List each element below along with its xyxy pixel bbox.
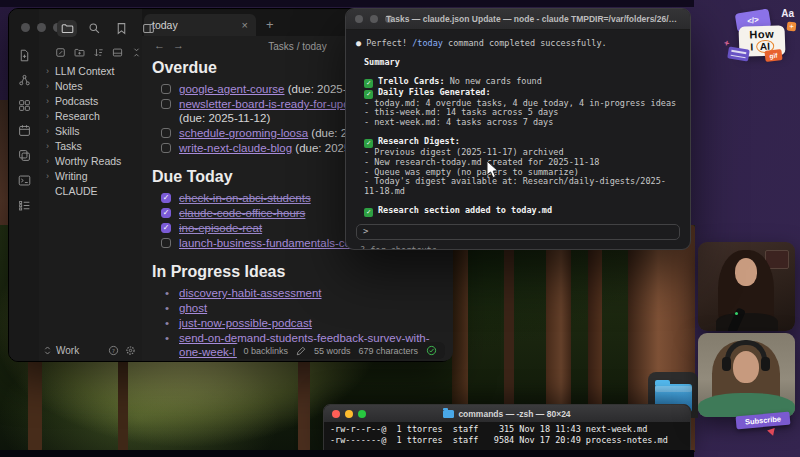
traffic-lights[interactable] xyxy=(21,23,62,32)
backlinks-count[interactable]: 0 backlinks xyxy=(243,346,288,356)
task-checkbox[interactable] xyxy=(161,99,171,109)
terminal-line: - Today's digest available at: Research/… xyxy=(364,177,680,197)
new-tab-button[interactable]: + xyxy=(266,17,274,32)
task-checkbox[interactable] xyxy=(161,143,171,153)
quick-note-icon[interactable] xyxy=(18,49,31,62)
character-count: 679 characters xyxy=(358,346,418,356)
claude-prompt-input[interactable]: > xyxy=(356,224,680,240)
how-i-ai-logo: Aa </> + + How I AI gif xyxy=(722,4,798,70)
bullet-icon: ● xyxy=(356,38,361,48)
terminal-line: ✓Research section added to today.md xyxy=(364,206,680,217)
check-icon: ✓ xyxy=(364,79,373,88)
tab-close-icon[interactable]: × xyxy=(242,19,248,31)
file-listing-line: -rw-r--r--@ 1 ttorres staff 315 Nov 18 1… xyxy=(330,424,684,435)
bullet-icon: • xyxy=(165,331,169,345)
note-list-item: •discovery-habit-assessment xyxy=(152,286,444,300)
terminal-icon[interactable] xyxy=(18,174,31,187)
note-link[interactable]: check-in-on-abci-students xyxy=(179,192,311,204)
new-folder-icon[interactable] xyxy=(74,47,85,58)
graph-view-icon[interactable] xyxy=(18,74,31,87)
help-icon[interactable]: ? xyxy=(108,345,119,356)
tab-title: today xyxy=(152,19,242,31)
explorer-folder[interactable]: › Research xyxy=(39,108,142,123)
video-frame: today × + ←→ Tasks / today Overduegoogle… xyxy=(0,0,800,457)
person-face xyxy=(733,351,759,383)
note-link[interactable]: ino-episode-reat xyxy=(179,222,262,234)
vault-name[interactable]: Work xyxy=(56,345,108,356)
terminal-output: ●Perfect! /today command completed succe… xyxy=(346,30,690,217)
sync-check-icon[interactable] xyxy=(426,345,437,356)
letterbox-bottom xyxy=(0,450,694,457)
bullet-icon: • xyxy=(165,301,169,315)
headphone-earcup xyxy=(722,357,731,371)
plus-badge: + xyxy=(787,22,797,32)
new-note-icon[interactable] xyxy=(55,47,66,58)
explorer-folder[interactable]: › Worthy Reads xyxy=(39,153,142,168)
word-count: 55 words xyxy=(314,346,351,356)
chevron-right-icon: › xyxy=(46,81,55,91)
canvas-icon[interactable] xyxy=(18,99,31,112)
explorer-file[interactable]: ›CLAUDE xyxy=(39,183,142,198)
folder-icon xyxy=(443,410,454,418)
letterbox-top xyxy=(0,0,694,7)
terminal-line: ●Perfect! /today command completed succe… xyxy=(356,39,680,49)
tab-today[interactable]: today × xyxy=(144,14,256,36)
person-body xyxy=(716,313,778,331)
chevron-right-icon: › xyxy=(46,111,55,121)
chevron-right-icon: › xyxy=(46,171,55,181)
note-link[interactable]: ghost xyxy=(179,302,207,314)
calendar-icon[interactable] xyxy=(18,124,31,137)
status-bar: 0 backlinks 55 words 679 characters xyxy=(235,342,445,359)
search-icon[interactable] xyxy=(84,20,104,37)
note-link[interactable]: schedule-grooming-loosa xyxy=(179,127,308,139)
due-date: (due: 2025-11-12) xyxy=(179,112,270,124)
edit-pencil-icon[interactable] xyxy=(296,346,306,356)
note-link[interactable]: discovery-habit-assessment xyxy=(179,287,322,299)
card-view-icon[interactable] xyxy=(112,47,123,58)
task-checkbox[interactable] xyxy=(161,84,171,94)
explorer-folder[interactable]: › Writing xyxy=(39,168,142,183)
task-checkbox[interactable]: ✓ xyxy=(161,193,171,203)
bullet-icon: • xyxy=(165,316,169,330)
note-link[interactable]: write-next-claude-blog xyxy=(179,142,292,154)
explorer-folder[interactable]: › LLM Context xyxy=(39,63,142,78)
vault-switcher-icon[interactable] xyxy=(43,345,52,356)
task-checkbox[interactable]: ✓ xyxy=(161,223,171,233)
microphone-light xyxy=(735,312,738,315)
right-sidebar-toggle-icon[interactable] xyxy=(138,20,158,37)
note-heading: In Progress Ideas xyxy=(152,263,444,281)
explorer-toggle-folder-icon[interactable] xyxy=(57,20,77,37)
terminal-line: Summary xyxy=(364,58,680,68)
explorer-folder[interactable]: › Notes xyxy=(39,78,142,93)
chevron-right-icon: › xyxy=(46,156,55,166)
file-listing-line: -rw-------@ 1 ttorres staff 9584 Nov 17 … xyxy=(330,435,684,446)
explorer-folder[interactable]: › Tasks xyxy=(39,138,142,153)
shortcuts-hint: ? for shortcuts xyxy=(360,245,690,250)
webcam-guest xyxy=(698,242,795,331)
templates-icon[interactable] xyxy=(18,149,31,162)
chevron-right-icon: › xyxy=(46,141,55,151)
bookmark-icon[interactable] xyxy=(111,20,131,37)
task-checkbox[interactable] xyxy=(161,238,171,248)
note-list-item: •just-now-possible-podcast xyxy=(152,316,444,330)
task-checkbox[interactable] xyxy=(161,128,171,138)
note-link[interactable]: just-now-possible-podcast xyxy=(179,317,312,329)
settings-gear-icon[interactable] xyxy=(125,345,136,356)
task-list-icon[interactable] xyxy=(18,199,31,212)
note-list-item: •ghost xyxy=(152,301,444,315)
bullet-icon: • xyxy=(165,286,169,300)
collapse-all-icon[interactable] xyxy=(131,47,142,58)
note-link[interactable]: claude-code-office-hours xyxy=(179,207,305,219)
sort-icon[interactable] xyxy=(93,47,104,58)
explorer-folder[interactable]: › Skills xyxy=(39,123,142,138)
aa-badge: Aa xyxy=(781,8,794,19)
note-link[interactable]: google-agent-course xyxy=(179,83,285,95)
terminal-title: Tasks — claude.json Update — node - clau… xyxy=(386,14,682,24)
terminal-title-bar[interactable]: commands — -zsh — 80×24 xyxy=(324,405,690,422)
chevron-right-icon: › xyxy=(46,66,55,76)
terminal-title-bar[interactable]: Tasks — claude.json Update — node - clau… xyxy=(346,9,690,30)
task-checkbox[interactable]: ✓ xyxy=(161,208,171,218)
explorer-folder[interactable]: › Podcasts xyxy=(39,93,142,108)
chevron-right-icon: › xyxy=(46,126,55,136)
terminal-title: commands — -zsh — 80×24 xyxy=(458,409,570,419)
